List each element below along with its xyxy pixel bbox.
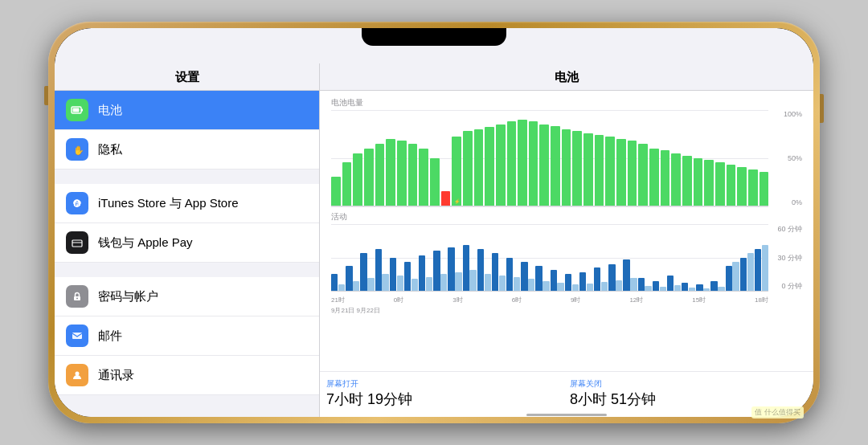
activity-bar-dark-0	[331, 274, 338, 291]
activity-bar-dark-7	[433, 251, 440, 291]
activity-bar-dark-11	[492, 253, 498, 291]
activity-bar-light-10	[485, 274, 491, 291]
privacy-icon: ✋	[66, 138, 88, 161]
activity-bar-light-17	[587, 284, 593, 291]
activity-bar-light-4	[397, 276, 403, 291]
activity-grid-right: 60 分钟 30 分钟 0 分钟	[772, 224, 802, 292]
battery-bar-0	[331, 177, 341, 206]
activity-bar-light-27	[732, 262, 739, 291]
battery-detail-panel: 电池 电池电量	[320, 63, 813, 417]
activity-bar-light-12	[514, 277, 520, 291]
activity-bar-dark-22	[653, 281, 659, 291]
battery-bar-21	[562, 129, 571, 206]
battery-bar-38	[748, 169, 758, 206]
activity-bar-light-28	[747, 253, 754, 291]
activity-bar-group-21	[638, 224, 652, 291]
battery-bar-4	[375, 144, 385, 206]
activity-bar-light-15	[557, 283, 563, 291]
x-label-6: 15时	[692, 296, 706, 304]
activity-bar-group-8	[448, 224, 461, 291]
svg-rect-2	[81, 109, 83, 112]
svg-rect-8	[72, 242, 82, 243]
x-label-2: 3时	[452, 296, 462, 304]
menu-item-mail[interactable]: 邮件	[55, 316, 319, 356]
activity-bar-dark-1	[346, 266, 352, 291]
activity-bar-group-10	[477, 224, 491, 291]
activity-bar-group-3	[375, 224, 389, 291]
activity-bar-group-27	[726, 224, 739, 291]
activity-bar-dark-27	[726, 266, 732, 291]
battery-bar-25	[605, 137, 615, 206]
battery-bar-18	[529, 121, 538, 206]
home-indicator-area	[320, 414, 813, 417]
activity-bar-dark-10	[477, 249, 484, 291]
x-label-0: 21时	[331, 296, 345, 304]
screen-on-title: 屏幕打开	[326, 378, 563, 390]
battery-icon	[66, 99, 88, 121]
mail-icon	[66, 325, 88, 347]
battery-bar-9	[430, 158, 440, 206]
activity-bar-dark-9	[463, 245, 469, 291]
battery-bar-30	[661, 150, 670, 206]
battery-bar-29	[649, 149, 659, 206]
date-labels: 9月21日 9月22日	[331, 306, 802, 315]
activity-bars	[331, 224, 768, 292]
activity-bar-group-13	[521, 224, 534, 291]
battery-bar-26	[616, 139, 626, 206]
activity-bar-group-23	[667, 224, 681, 291]
battery-detail-header: 电池	[320, 63, 813, 91]
grid-line-0	[331, 206, 768, 207]
activity-bar-group-14	[535, 224, 549, 291]
activity-bar-dark-19	[608, 264, 615, 291]
activity-bar-dark-23	[667, 276, 674, 291]
menu-item-contacts[interactable]: 通讯录	[55, 356, 319, 395]
battery-chart-label: 电池电量	[331, 97, 802, 108]
activity-bar-group-28	[740, 224, 754, 291]
activity-bar-dark-29	[755, 249, 761, 291]
content-area: 设置 电池	[55, 63, 813, 417]
battery-content: 电池电量 100% 50%	[320, 91, 813, 371]
activity-bar-dark-20	[623, 259, 629, 291]
battery-bar-10	[441, 191, 451, 206]
menu-item-itunes[interactable]: 🅐 iTunes Store 与 App Store	[55, 184, 319, 223]
activity-bar-dark-14	[535, 266, 542, 291]
battery-bar-33	[694, 158, 703, 206]
wallet-icon	[66, 231, 88, 254]
menu-list: 电池 ✋ 隐私	[55, 91, 319, 417]
activity-bar-dark-24	[682, 283, 688, 291]
activity-bar-light-14	[542, 281, 549, 291]
battery-summary: 屏幕打开 7小时 19分钟 屏幕关闭 8小时 51分钟	[320, 371, 813, 414]
x-label-4: 9时	[571, 296, 580, 304]
battery-level-section: 电池电量 100% 50%	[331, 97, 802, 206]
activity-bar-group-22	[653, 224, 666, 291]
activity-bar-light-21	[645, 286, 651, 291]
notch	[362, 28, 506, 46]
activity-bar-light-19	[616, 280, 622, 291]
activity-bar-dark-13	[521, 262, 527, 291]
activity-bar-group-11	[492, 224, 506, 291]
activity-bar-light-23	[674, 285, 681, 291]
battery-grid-labels: 100% 50% 0%	[772, 110, 802, 206]
menu-item-privacy[interactable]: ✋ 隐私	[55, 130, 319, 169]
mail-label: 邮件	[98, 329, 122, 344]
battery-bar-35	[715, 162, 725, 206]
activity-bar-group-4	[390, 224, 403, 291]
battery-bar-7	[408, 144, 418, 206]
battery-bar-11	[452, 137, 461, 206]
activity-bar-group-12	[506, 224, 520, 291]
menu-item-password[interactable]: 密码与帐户	[55, 277, 319, 316]
activity-chart-label: 活动	[331, 211, 802, 222]
svg-rect-13	[72, 333, 82, 339]
battery-bar-37	[737, 167, 747, 206]
activity-bar-light-25	[703, 288, 710, 291]
phone-screen: 设置 电池	[55, 28, 813, 417]
screen-off-title: 屏幕关闭	[570, 378, 807, 390]
battery-bar-17	[518, 120, 527, 206]
settings-header: 设置	[55, 63, 319, 91]
activity-bar-group-2	[360, 224, 374, 291]
activity-bar-dark-18	[594, 267, 600, 291]
menu-item-battery[interactable]: 电池	[55, 91, 319, 130]
menu-item-wallet[interactable]: 钱包与 Apple Pay	[55, 223, 319, 263]
activity-bar-dark-15	[551, 270, 557, 291]
act-label-30: 30 分钟	[772, 253, 802, 263]
